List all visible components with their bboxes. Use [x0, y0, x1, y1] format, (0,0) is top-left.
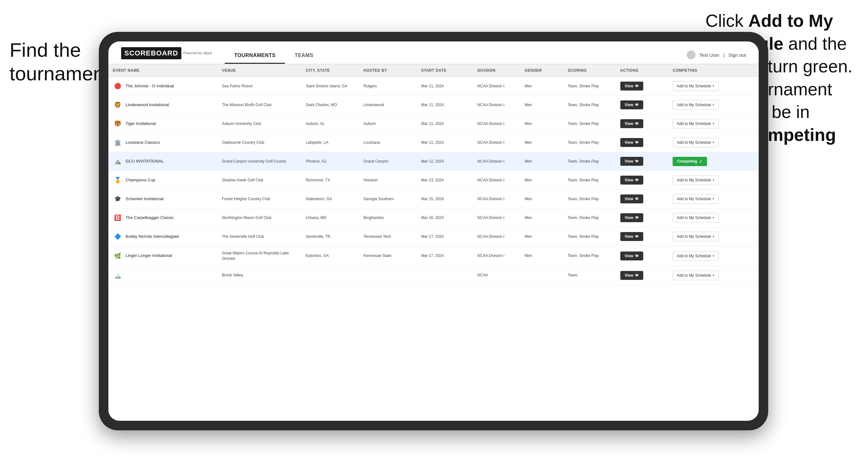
cell-gender: Men — [520, 227, 563, 246]
cell-competing: Add to My Schedule + — [668, 227, 759, 246]
table-body: 🔴 The Johnnie - O Individual Sea Palms R… — [108, 77, 759, 285]
view-button[interactable]: View 👁 — [620, 138, 643, 147]
cell-hosted: Auburn — [359, 115, 416, 133]
user-name: Test User — [700, 52, 719, 58]
cell-hosted: Louisiana — [359, 133, 416, 152]
cell-scoring: Team, Stroke Play — [563, 227, 616, 246]
cell-competing: Add to My Schedule + — [668, 190, 759, 209]
view-button[interactable]: View 👁 — [620, 213, 643, 222]
view-button[interactable]: View 👁 — [620, 100, 643, 110]
add-schedule-button[interactable]: Add to My Schedule + — [673, 232, 718, 241]
view-button[interactable]: View 👁 — [620, 176, 643, 185]
cell-scoring: Team, Stroke Play — [563, 171, 616, 190]
add-schedule-button[interactable]: Add to My Schedule + — [673, 100, 718, 110]
table-row: 🐯 Tiger Invitational Auburn University C… — [108, 115, 759, 133]
cell-scoring: Team, Stroke Play — [563, 133, 616, 152]
plus-icon: + — [712, 84, 715, 88]
event-name-text: The Johnnie - O Individual — [126, 84, 174, 89]
cell-competing: Add to My Schedule + — [668, 209, 759, 227]
cell-actions: View 👁 — [616, 246, 669, 266]
cell-event-name: 🔴 The Johnnie - O Individual — [108, 77, 217, 96]
col-header-hosted: HOSTED BY — [359, 64, 416, 77]
cell-city: Phoenix, AZ — [301, 152, 359, 171]
tab-tournaments[interactable]: TOURNAMENTS — [225, 48, 285, 64]
cell-date — [416, 266, 473, 285]
event-name-text: Tiger Invitational — [126, 121, 156, 127]
table-row: ⛰️ GCU INVITATIONAL Grand Canyon Univers… — [108, 152, 759, 171]
view-button[interactable]: View 👁 — [620, 82, 643, 91]
add-schedule-button[interactable]: Add to My Schedule + — [673, 175, 718, 185]
cell-scoring: Team, Stroke Play — [563, 96, 616, 115]
cell-hosted: Tennessee Tech — [359, 227, 416, 246]
cell-event-name: 🅱️ The Carpetbagger Classic — [108, 209, 217, 227]
team-logo: 🅱️ — [113, 213, 122, 222]
view-button[interactable]: View 👁 — [620, 194, 643, 204]
view-button[interactable]: View 👁 — [620, 157, 643, 166]
cell-division: NCAA Division I — [473, 209, 520, 227]
cell-date: Mar 15, 2024 — [416, 190, 473, 209]
cell-actions: View 👁 — [616, 133, 669, 152]
cell-hosted: Grand Canyon — [359, 152, 416, 171]
event-name-text: Champions Cup — [126, 178, 155, 183]
cell-event-name: 🏛️ Louisiana Classics — [108, 133, 217, 152]
plus-icon: + — [712, 273, 715, 278]
cell-venue: Oakbourne Country Club — [217, 133, 301, 152]
eye-icon: 👁 — [635, 254, 639, 258]
view-button[interactable]: View 👁 — [620, 119, 643, 128]
cell-city — [301, 266, 359, 285]
table-row: 🎓 Schenkel Invitational Forest Heights C… — [108, 190, 759, 209]
add-schedule-button[interactable]: Add to My Schedule + — [673, 138, 718, 147]
add-schedule-button[interactable]: Add to My Schedule + — [673, 81, 718, 91]
add-schedule-button[interactable]: Add to My Schedule + — [673, 271, 718, 280]
competing-label: Competing — [677, 159, 697, 163]
add-schedule-button[interactable]: Add to My Schedule + — [673, 213, 718, 222]
plus-icon: + — [712, 234, 715, 239]
cell-competing: Competing ✓ — [668, 152, 759, 171]
tournament-table-container: EVENT NAME VENUE CITY, STATE HOSTED BY S… — [108, 64, 759, 421]
col-header-gender: GENDER — [520, 64, 563, 77]
cell-venue: Sea Palms Resort — [217, 77, 301, 96]
cell-event-name: 🏔️ — [108, 266, 217, 285]
table-row: 🔴 The Johnnie - O Individual Sea Palms R… — [108, 77, 759, 96]
team-logo: 🌿 — [113, 251, 122, 261]
separator: | — [723, 52, 724, 58]
cell-actions: View 👁 — [616, 152, 669, 171]
cell-venue: Grand Canyon University Golf Course — [217, 152, 301, 171]
app-logo: SCOREBOARD — [121, 47, 181, 59]
add-schedule-button[interactable]: Add to My Schedule + — [673, 194, 718, 204]
col-header-date: START DATE — [416, 64, 473, 77]
cell-actions: View 👁 — [616, 115, 669, 133]
event-name-text: Lindenwood Invitational — [126, 102, 169, 108]
cell-gender: Men — [520, 171, 563, 190]
team-logo: 🔴 — [113, 81, 122, 91]
view-button[interactable]: View 👁 — [620, 251, 643, 260]
add-schedule-button[interactable]: Add to My Schedule + — [673, 251, 718, 261]
event-name-text: The Carpetbagger Classic — [126, 215, 174, 221]
tab-teams[interactable]: TEAMS — [285, 48, 323, 64]
cell-hosted: Rutgers — [359, 77, 416, 96]
cell-city: Statesboro, GA — [301, 190, 359, 209]
view-button[interactable]: View 👁 — [620, 271, 643, 280]
event-name-text: Bobby Nichols Intercollegiate — [126, 234, 179, 240]
cell-competing: Add to My Schedule + — [668, 171, 759, 190]
cell-hosted: Kennesaw State — [359, 246, 416, 266]
header-right: Test User | Sign out — [687, 50, 746, 64]
cell-gender: Men — [520, 133, 563, 152]
add-schedule-label: Add to My Schedule — [677, 234, 711, 239]
eye-icon: 👁 — [635, 234, 639, 239]
add-schedule-button[interactable]: Add to My Schedule + — [673, 119, 718, 128]
sign-out-link[interactable]: Sign out — [728, 52, 746, 58]
view-button[interactable]: View 👁 — [620, 232, 643, 241]
competing-button[interactable]: Competing ✓ — [673, 157, 707, 166]
tournament-table: EVENT NAME VENUE CITY, STATE HOSTED BY S… — [108, 64, 759, 285]
cell-date: Mar 11, 2024 — [416, 115, 473, 133]
cell-hosted: Binghamton — [359, 209, 416, 227]
cell-scoring: Team, Stroke Play — [563, 115, 616, 133]
team-logo: 🎓 — [113, 194, 122, 204]
cell-date: Mar 13, 2024 — [416, 171, 473, 190]
cell-division: NCAA Division I — [473, 190, 520, 209]
cell-scoring: Team, Stroke Play — [563, 209, 616, 227]
nav-tabs: TOURNAMENTS TEAMS — [225, 48, 323, 64]
cell-scoring: Team, — [563, 266, 616, 285]
cell-division: NCAA Division I — [473, 246, 520, 266]
